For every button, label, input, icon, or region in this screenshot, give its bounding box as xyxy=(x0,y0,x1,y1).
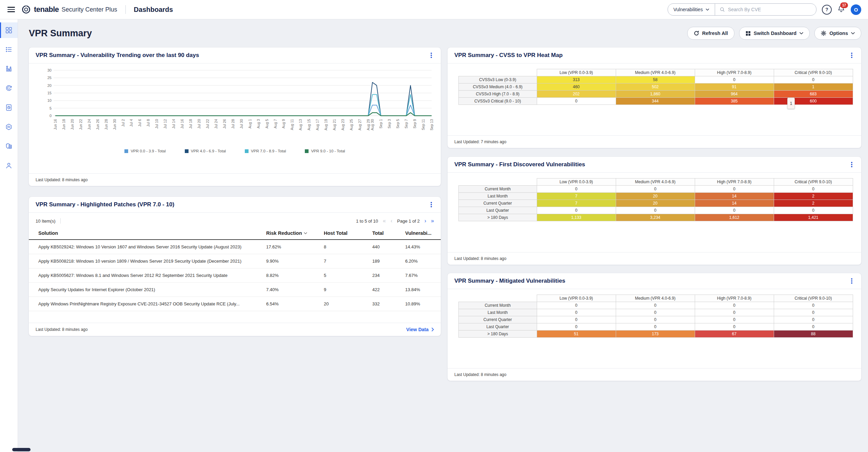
matrix-cell[interactable]: 7 xyxy=(537,200,616,207)
matrix-cell[interactable]: 3,234 xyxy=(616,214,695,221)
matrix-cell[interactable]: 1,612 xyxy=(695,214,774,221)
matrix-cell[interactable]: 0 xyxy=(695,316,774,323)
matrix-cell[interactable]: 202 xyxy=(537,91,616,98)
matrix-cell[interactable]: 88 xyxy=(774,331,853,338)
matrix-cell[interactable]: 0 xyxy=(537,309,616,316)
switch-dashboard-button[interactable]: Switch Dashboard xyxy=(739,27,810,40)
matrix-cell[interactable]: 0 xyxy=(616,309,695,316)
matrix-cell[interactable]: 0 xyxy=(616,302,695,309)
matrix-cell[interactable]: 20 xyxy=(616,193,695,200)
user-avatar[interactable]: O xyxy=(851,4,861,15)
matrix-cell[interactable]: 0 xyxy=(537,207,616,214)
horizontal-scrollbar-thumb[interactable] xyxy=(12,448,31,451)
patch-row[interactable]: Apply Security Updates for Internet Expl… xyxy=(29,283,441,297)
sidebar-item-users[interactable] xyxy=(0,158,18,173)
matrix-cell[interactable]: 683 xyxy=(774,91,853,98)
sidebar-item-workflow[interactable] xyxy=(0,138,18,154)
matrix-cell[interactable]: 51 xyxy=(537,331,616,338)
matrix-cell[interactable]: 0 xyxy=(774,323,853,331)
matrix-cell[interactable]: 0 xyxy=(695,186,774,193)
col-header-risk-reduction[interactable]: Risk Reduction xyxy=(266,230,324,236)
matrix-corner xyxy=(459,69,537,76)
matrix-cell[interactable]: 0 xyxy=(774,186,853,193)
panel-menu-kebab-icon[interactable] xyxy=(849,161,854,169)
matrix-cell[interactable]: 0 xyxy=(774,76,853,83)
panel-menu-kebab-icon[interactable] xyxy=(429,51,434,59)
matrix-cell[interactable]: 91 xyxy=(695,83,774,91)
sidebar-item-reporting[interactable] xyxy=(0,100,18,115)
legend-item[interactable]: VPR 0.0 - 3.9 - Total xyxy=(124,149,165,153)
matrix-cell[interactable]: 0 xyxy=(695,309,774,316)
matrix-cell[interactable]: 2 xyxy=(774,200,853,207)
matrix-cell[interactable]: 1 xyxy=(774,83,853,91)
first-page-button[interactable]: « xyxy=(383,218,386,224)
col-header-host-total[interactable]: Host Total xyxy=(324,230,372,236)
notifications-button[interactable]: 17 xyxy=(837,5,845,14)
sidebar-item-analysis[interactable] xyxy=(0,42,18,57)
sidebar-item-dashboards[interactable] xyxy=(0,22,18,38)
patch-row[interactable]: Apply Windows PrintNightmare Registry Ex… xyxy=(29,297,441,311)
matrix-cell[interactable]: 67 xyxy=(695,331,774,338)
patch-row[interactable]: Apply KB5005627: Windows 8.1 and Windows… xyxy=(29,268,441,283)
matrix-cell[interactable]: 0 xyxy=(537,323,616,331)
matrix-cell[interactable]: 344 xyxy=(616,98,695,105)
sidebar-item-scans[interactable] xyxy=(0,80,18,96)
legend-item[interactable]: VPR 4.0 - 6.9 - Total xyxy=(185,149,226,153)
matrix-cell[interactable]: 964 xyxy=(695,91,774,98)
matrix-cell[interactable]: 0 xyxy=(537,302,616,309)
legend-label: VPR 7.0 - 8.9 - Total xyxy=(251,149,286,153)
matrix-cell[interactable]: 14 xyxy=(695,200,774,207)
matrix-cell[interactable]: 0 xyxy=(537,98,616,105)
prev-page-button[interactable]: ‹ xyxy=(391,218,392,224)
matrix-cell[interactable]: 502 xyxy=(616,83,695,91)
view-data-link[interactable]: View Data xyxy=(406,327,434,332)
legend-item[interactable]: VPR 7.0 - 8.9 - Total xyxy=(245,149,286,153)
help-icon[interactable]: ? xyxy=(822,5,832,15)
matrix-cell[interactable]: 460 xyxy=(537,83,616,91)
panel-menu-kebab-icon[interactable] xyxy=(849,277,854,285)
matrix-cell[interactable]: 1,133 xyxy=(537,214,616,221)
matrix-cell[interactable]: 0 xyxy=(537,316,616,323)
col-header-total[interactable]: Total xyxy=(372,230,405,236)
sidebar-item-solutions[interactable] xyxy=(0,61,18,77)
matrix-cell[interactable]: 0 xyxy=(774,316,853,323)
patch-row[interactable]: Apply KB5008218: Windows 10 version 1809… xyxy=(29,254,441,268)
hamburger-menu-icon[interactable] xyxy=(7,7,15,12)
matrix-cell[interactable]: 313 xyxy=(537,76,616,83)
matrix-cell[interactable]: 0 xyxy=(695,302,774,309)
last-page-button[interactable]: » xyxy=(431,218,434,224)
options-button[interactable]: Options xyxy=(814,27,861,40)
search-input[interactable] xyxy=(727,6,811,13)
legend-item[interactable]: VPR 9.0 - 10 - Total xyxy=(305,149,345,153)
matrix-cell[interactable]: 385 xyxy=(695,98,774,105)
matrix-cell[interactable]: 0 xyxy=(695,207,774,214)
sidebar-item-assets[interactable] xyxy=(0,119,18,135)
refresh-all-button[interactable]: Refresh All xyxy=(687,27,734,40)
matrix-cell[interactable]: 0 xyxy=(616,207,695,214)
matrix-cell[interactable]: 7 xyxy=(537,193,616,200)
patch-row[interactable]: Apply KB5029242: Windows 10 Version 1607… xyxy=(29,240,441,254)
matrix-cell[interactable]: 0 xyxy=(616,323,695,331)
matrix-cell[interactable]: 2 xyxy=(774,193,853,200)
matrix-cell[interactable]: 173 xyxy=(616,331,695,338)
matrix-cell[interactable]: 1,860 xyxy=(616,91,695,98)
matrix-cell[interactable]: 0 xyxy=(774,207,853,214)
matrix-cell[interactable]: 0 xyxy=(537,186,616,193)
matrix-cell[interactable]: 0 xyxy=(695,323,774,331)
col-header-vulnerabilities[interactable]: Vulnerabi... xyxy=(405,230,437,236)
matrix-cell[interactable]: 0 xyxy=(774,309,853,316)
search-scope-dropdown[interactable]: Vulnerabilities xyxy=(668,4,715,15)
matrix-cell[interactable]: 1,421 xyxy=(774,214,853,221)
matrix-cell[interactable]: 0 xyxy=(616,186,695,193)
matrix-cell[interactable]: 58 xyxy=(616,76,695,83)
next-page-button[interactable]: › xyxy=(425,218,426,224)
matrix-cell[interactable]: 14 xyxy=(695,193,774,200)
matrix-cell[interactable]: 20 xyxy=(616,200,695,207)
matrix-cell[interactable]: 0 xyxy=(695,76,774,83)
panel-menu-kebab-icon[interactable] xyxy=(429,201,434,209)
matrix-cell[interactable]: 0 xyxy=(616,316,695,323)
panel-menu-kebab-icon[interactable] xyxy=(849,51,854,59)
matrix-cell[interactable]: 0 xyxy=(774,302,853,309)
col-header-solution[interactable]: Solution xyxy=(38,230,266,236)
matrix-cell[interactable]: 600 xyxy=(774,98,853,105)
